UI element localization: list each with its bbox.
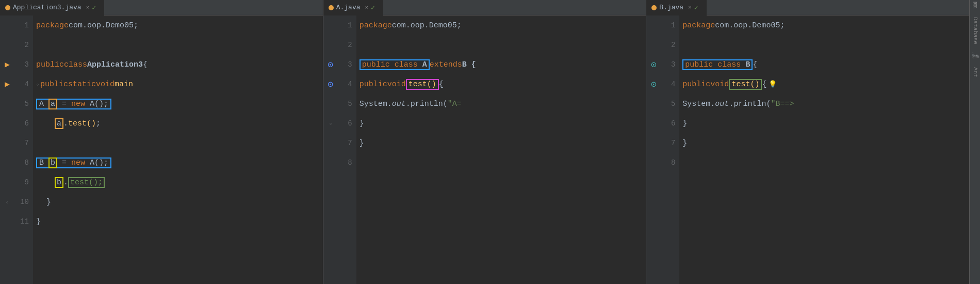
kw-class-3: class bbox=[64, 60, 87, 69]
linenum-6: 6 bbox=[19, 114, 29, 133]
circle-up-3[interactable]: ⊙ bbox=[328, 59, 333, 70]
gutter-9 bbox=[0, 172, 14, 192]
kw-public-a-3: public bbox=[362, 60, 395, 69]
gutter-8 bbox=[0, 153, 14, 172]
linenum-5: 5 bbox=[19, 94, 29, 114]
line-numbers-application3: 1 2 3 4 5 6 7 8 9 10 11 bbox=[14, 15, 33, 284]
box-test-a: test() bbox=[406, 79, 439, 90]
gutter-10: ⬦ bbox=[0, 192, 14, 212]
code-line-a-3: public class A extends B { bbox=[358, 55, 646, 74]
dot-test-b: . bbox=[63, 178, 68, 187]
var-b: b bbox=[51, 159, 55, 167]
code-line-a-6: } bbox=[358, 114, 646, 133]
box-var-a: a bbox=[48, 99, 57, 109]
brace-b-3: { bbox=[753, 60, 757, 69]
kw-public-a-4: public bbox=[360, 80, 387, 89]
checkmark-application3: ✓ bbox=[92, 4, 96, 12]
linenum-10: 10 bbox=[19, 192, 29, 212]
circle-up-4[interactable]: ⊙ bbox=[328, 78, 333, 90]
run-icon-4[interactable]: ▶ bbox=[5, 79, 10, 89]
method-main: main bbox=[115, 80, 133, 89]
tab-b[interactable]: B.java × ✓ bbox=[646, 0, 706, 15]
kw-class-b-3: class bbox=[717, 60, 745, 69]
file-icon-b bbox=[651, 5, 657, 10]
tab-close-b[interactable]: × bbox=[688, 5, 692, 11]
box-line5: A a = new A(); bbox=[36, 99, 111, 109]
type-B: B bbox=[39, 159, 48, 167]
gutter-a-8 bbox=[323, 153, 338, 172]
code-line-a-1: package com.oop.Demo05; bbox=[358, 15, 646, 35]
linenum-a-3: 3 bbox=[342, 55, 352, 74]
close-brace-11: } bbox=[36, 217, 41, 226]
gutter-b-6 bbox=[646, 114, 661, 133]
gutter-6 bbox=[0, 114, 14, 133]
gutter-a-4: ⊙ bbox=[323, 74, 338, 94]
linenum-b-7: 7 bbox=[665, 133, 675, 153]
method-test-A: test() bbox=[409, 80, 436, 89]
out-a: out bbox=[392, 100, 406, 108]
code-line-b-5: System.out.println("B==> bbox=[681, 94, 969, 114]
code-lines-a: package com.oop.Demo05; public class A e… bbox=[356, 15, 646, 284]
ident-package-a: com.oop.Demo05; bbox=[392, 21, 462, 30]
code-line-a-4: public void test() { bbox=[358, 74, 646, 94]
linenum-a-4: 4 bbox=[342, 74, 352, 94]
file-icon-a bbox=[329, 5, 334, 10]
line-numbers-b: 1 2 3 4 5 6 7 8 bbox=[661, 15, 679, 284]
circle-down-4[interactable]: ⊙ bbox=[651, 78, 657, 90]
code-line-5: A a = new A(); bbox=[35, 94, 323, 114]
tab-application3[interactable]: Application3.java × ✓ bbox=[0, 0, 104, 15]
box-test-b: test() bbox=[729, 79, 762, 90]
linenum-a-7: 7 bbox=[342, 133, 352, 153]
var-a2: a bbox=[57, 119, 61, 128]
linenum-2: 2 bbox=[19, 35, 29, 55]
tab-close-a[interactable]: × bbox=[365, 5, 368, 11]
bp-icon-10[interactable]: ⬦ bbox=[6, 199, 9, 205]
code-line-9: b.test(); bbox=[35, 172, 323, 192]
ant-label: Ant bbox=[972, 67, 978, 77]
code-line-b-2 bbox=[681, 35, 969, 55]
tab-bar-a: A.java × ✓ bbox=[323, 0, 646, 15]
box-public-class-b: public class B bbox=[682, 59, 753, 70]
code-line-a-2 bbox=[358, 35, 646, 55]
box-line8: B b = new A(); bbox=[36, 157, 111, 168]
bulb-icon[interactable]: 💡 bbox=[769, 80, 777, 88]
kw-package-a: package bbox=[360, 21, 392, 30]
brace-3: { bbox=[143, 60, 148, 69]
gutter-2 bbox=[0, 35, 14, 55]
ant-icon[interactable]: 🐜 bbox=[971, 52, 979, 60]
indent-marker-4: ⬦ bbox=[36, 82, 39, 87]
linenum-b-6: 6 bbox=[665, 114, 675, 133]
code-line-1: package com.oop.Demo05; bbox=[35, 15, 323, 35]
file-icon-application3 bbox=[5, 5, 10, 10]
linenum-3: 3 bbox=[19, 55, 29, 74]
gutter-b-2 bbox=[646, 35, 661, 55]
kw-class-a-3: class bbox=[395, 60, 422, 69]
linenum-b-5: 5 bbox=[665, 94, 675, 114]
line6-content: a.test(); bbox=[55, 118, 101, 129]
code-lines-b: package com.oop.Demo05; public class B {… bbox=[679, 15, 969, 284]
code-line-b-6: } bbox=[681, 114, 969, 133]
checkmark-a: ✓ bbox=[371, 4, 375, 12]
bp-icon-a-6[interactable]: ⬦ bbox=[329, 121, 332, 127]
tab-close-application3[interactable]: × bbox=[86, 5, 90, 11]
checkmark-b: ✓ bbox=[694, 4, 698, 12]
linenum-a-1: 1 bbox=[342, 15, 352, 35]
gutter-a-2 bbox=[323, 35, 338, 55]
linenum-11: 11 bbox=[19, 212, 29, 231]
code-line-8: B b = new A(); bbox=[35, 153, 323, 172]
run-icon-3[interactable]: ▶ bbox=[5, 59, 10, 70]
editor-pane-b: B.java × ✓ ⊙ ⊙ 1 2 3 4 5 6 bbox=[646, 0, 970, 284]
close-class-b: } bbox=[682, 139, 687, 148]
var-b2: b bbox=[57, 178, 61, 187]
code-line-10: } bbox=[35, 192, 323, 212]
ident-package-b: com.oop.Demo05; bbox=[715, 21, 785, 30]
println-a: .println( bbox=[406, 100, 448, 108]
database-icon[interactable]: 🗄 bbox=[972, 2, 978, 10]
circle-down-3[interactable]: ⊙ bbox=[651, 59, 657, 70]
code-line-a-7: } bbox=[358, 133, 646, 153]
linenum-9: 9 bbox=[19, 172, 29, 192]
println-b: .println( bbox=[729, 100, 771, 108]
kw-public-4: public bbox=[40, 80, 68, 89]
tab-a[interactable]: A.java × ✓ bbox=[323, 0, 383, 15]
editors-container: Application3.java × ✓ ▶ ▶ ⬦ 1 2 bbox=[0, 0, 980, 284]
